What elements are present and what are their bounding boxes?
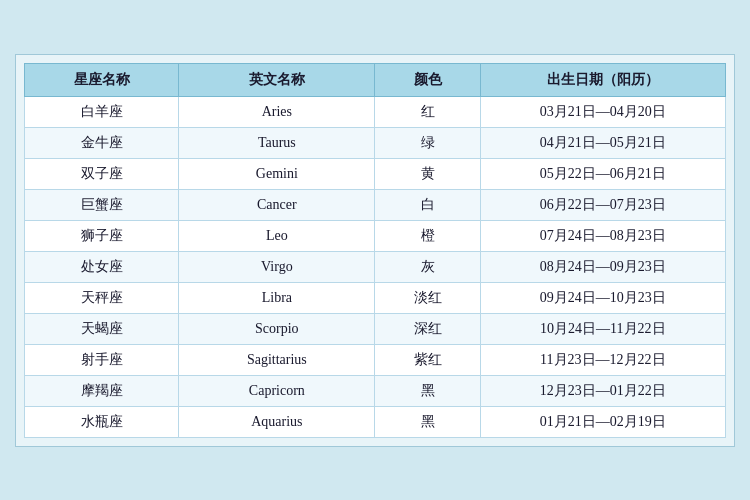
table-row: 射手座Sagittarius紫红11月23日—12月22日 [25,344,726,375]
cell-color: 橙 [375,220,480,251]
cell-cn: 摩羯座 [25,375,179,406]
cell-en: Leo [179,220,375,251]
table-row: 处女座Virgo灰08月24日—09月23日 [25,251,726,282]
cell-color: 黑 [375,375,480,406]
cell-date: 11月23日—12月22日 [480,344,725,375]
cell-en: Cancer [179,189,375,220]
cell-en: Aries [179,96,375,127]
header-cn: 星座名称 [25,63,179,96]
cell-date: 06月22日—07月23日 [480,189,725,220]
cell-date: 10月24日—11月22日 [480,313,725,344]
cell-date: 04月21日—05月21日 [480,127,725,158]
table-row: 狮子座Leo橙07月24日—08月23日 [25,220,726,251]
cell-color: 红 [375,96,480,127]
cell-en: Capricorn [179,375,375,406]
cell-color: 紫红 [375,344,480,375]
cell-cn: 水瓶座 [25,406,179,437]
cell-cn: 双子座 [25,158,179,189]
cell-en: Taurus [179,127,375,158]
table-row: 摩羯座Capricorn黑12月23日—01月22日 [25,375,726,406]
cell-date: 09月24日—10月23日 [480,282,725,313]
header-en: 英文名称 [179,63,375,96]
cell-cn: 金牛座 [25,127,179,158]
cell-color: 黑 [375,406,480,437]
cell-color: 灰 [375,251,480,282]
table-row: 金牛座Taurus绿04月21日—05月21日 [25,127,726,158]
cell-cn: 狮子座 [25,220,179,251]
zodiac-table: 星座名称 英文名称 颜色 出生日期（阳历） 白羊座Aries红03月21日—04… [24,63,726,438]
cell-cn: 白羊座 [25,96,179,127]
cell-en: Sagittarius [179,344,375,375]
table-row: 巨蟹座Cancer白06月22日—07月23日 [25,189,726,220]
cell-date: 05月22日—06月21日 [480,158,725,189]
cell-color: 黄 [375,158,480,189]
header-color: 颜色 [375,63,480,96]
cell-date: 12月23日—01月22日 [480,375,725,406]
cell-color: 绿 [375,127,480,158]
cell-date: 08月24日—09月23日 [480,251,725,282]
cell-en: Scorpio [179,313,375,344]
cell-color: 淡红 [375,282,480,313]
header-row: 星座名称 英文名称 颜色 出生日期（阳历） [25,63,726,96]
cell-cn: 天蝎座 [25,313,179,344]
table-row: 天蝎座Scorpio深红10月24日—11月22日 [25,313,726,344]
table-row: 双子座Gemini黄05月22日—06月21日 [25,158,726,189]
cell-date: 03月21日—04月20日 [480,96,725,127]
cell-date: 07月24日—08月23日 [480,220,725,251]
cell-en: Aquarius [179,406,375,437]
cell-cn: 巨蟹座 [25,189,179,220]
cell-cn: 射手座 [25,344,179,375]
cell-cn: 处女座 [25,251,179,282]
table-row: 水瓶座Aquarius黑01月21日—02月19日 [25,406,726,437]
cell-color: 深红 [375,313,480,344]
cell-en: Libra [179,282,375,313]
header-date: 出生日期（阳历） [480,63,725,96]
cell-en: Gemini [179,158,375,189]
main-container: 星座名称 英文名称 颜色 出生日期（阳历） 白羊座Aries红03月21日—04… [15,54,735,447]
table-row: 白羊座Aries红03月21日—04月20日 [25,96,726,127]
table-row: 天秤座Libra淡红09月24日—10月23日 [25,282,726,313]
cell-en: Virgo [179,251,375,282]
cell-cn: 天秤座 [25,282,179,313]
cell-date: 01月21日—02月19日 [480,406,725,437]
cell-color: 白 [375,189,480,220]
